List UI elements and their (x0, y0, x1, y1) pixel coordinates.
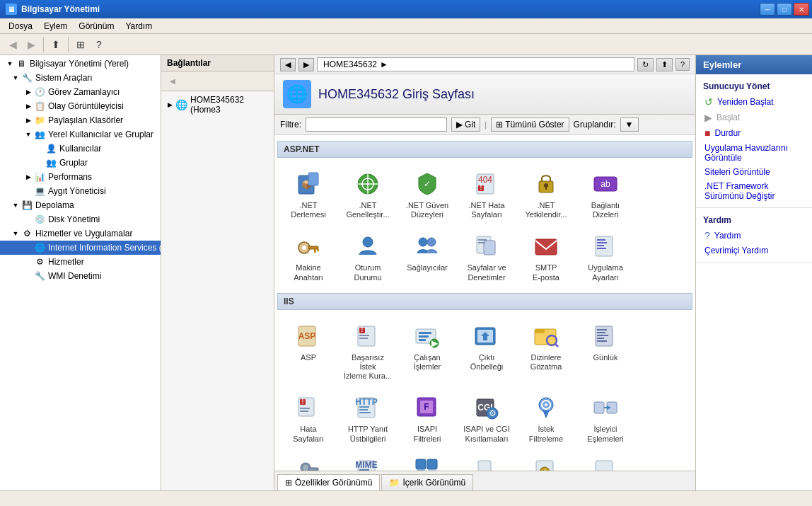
tab-icerik[interactable]: 📁 İçerik Görünümü (381, 474, 473, 490)
hata-sayfalari-label: HataSayfaları (293, 425, 323, 443)
tree-item-gruplar[interactable]: ▶ 👥 Gruplar (0, 156, 161, 170)
durdur-icon: ■ (704, 127, 710, 139)
tree-item-kullanici[interactable]: ▶ 👤 Kullanıcılar (0, 142, 161, 156)
icon-oturum-durumu[interactable]: OturumDurumu (340, 227, 396, 287)
icon-net-yetkilendir[interactable]: .NETYetkilendir... (518, 165, 574, 224)
action-yeniden-basla[interactable]: ↺ Yeniden Başlat (696, 94, 812, 110)
action-siteleri-goruntule[interactable]: Siteleri Görüntüle (696, 165, 812, 179)
tree-item-hizmetler[interactable]: ▶ ⚙ Hizmetler (0, 255, 161, 269)
menu-dosya[interactable]: Dosya (3, 20, 38, 33)
icon-sikistirma[interactable]: Sıkıştırma (458, 452, 515, 471)
minimize-button[interactable]: ─ (760, 3, 775, 16)
close-button[interactable]: ✕ (794, 3, 809, 16)
icon-isapi-cgi[interactable]: CGI⚙ ISAPI ve CGIKısıtlamaları (458, 389, 515, 448)
icon-asp[interactable]: ASP ASP (280, 317, 337, 386)
tree-item-root[interactable]: ▼ 🖥 Bilgisayar Yönetimi (Yerel) (0, 57, 161, 71)
net-derleme-label: .NETDerlemesi (291, 201, 326, 219)
icon-varsayilan-belge[interactable]: ✓ VarsayılanBelge (577, 452, 634, 471)
filter-input[interactable] (306, 117, 447, 132)
icon-dizinlere-gozatma[interactable]: DizinlereGözatma (518, 317, 574, 386)
icon-istek-filtreleme[interactable]: İstekFiltreleme (518, 389, 574, 448)
help-button[interactable]: ? (91, 36, 108, 53)
tree-item-yerel[interactable]: ▼ 👥 Yerel Kullanıcılar ve Gruplar (0, 127, 161, 142)
icon-mime-turleri[interactable]: MIME MIME Türleri (340, 452, 396, 471)
go-btn[interactable]: ▶ Git (451, 117, 480, 132)
connections-header: Bağlantılar (161, 55, 274, 71)
tree-item-sistem[interactable]: ▼ 🔧 Sistem Araçları (0, 71, 161, 85)
conn-item-home[interactable]: ▶ 🌐 HOME345632 (Home3 (161, 93, 274, 117)
tree-label-paylasim: Paylaşılan Klasörler (48, 115, 123, 125)
nav-back-btn[interactable]: ◀ (280, 58, 296, 71)
tree-item-performans[interactable]: ▶ 📊 Performans (0, 170, 161, 184)
icon-calisan-islemler[interactable]: ▶ Çalışanİşlemler (399, 317, 456, 386)
basla-icon: ▶ (704, 112, 712, 123)
tree-item-hizmetler-uyg[interactable]: ▼ ⚙ Hizmetler ve Uygulamalar (0, 226, 161, 241)
connections-tree: ▶ 🌐 HOME345632 (Home3 (161, 91, 274, 490)
tree-item-iis[interactable]: ▶ 🌐 Internet Information Services ( (0, 241, 161, 255)
maximize-button[interactable]: □ (777, 3, 792, 16)
forward-button[interactable]: ▶ (23, 36, 40, 53)
icon-hata-sayfalari[interactable]: ! HataSayfaları (280, 389, 337, 448)
actions-section-sunucu: Sunucuyu Yönet ↺ Yeniden Başlat ▶ Başlat… (696, 74, 812, 208)
icon-http-yanit[interactable]: HTTP HTTP YanıtÜstbilgileri (340, 389, 396, 448)
svg-rect-26 (484, 241, 495, 255)
icon-saglayicilar[interactable]: Sağlayıcılar (399, 227, 456, 287)
tree-toggle-yerel: ▼ (24, 130, 33, 139)
sunucu-sertifikalari-icon: ★ (532, 456, 560, 471)
icon-basarisiz-istek[interactable]: ! Başarısız İstekİzleme Kura... (340, 317, 396, 386)
action-yardim[interactable]: ? Yardım (696, 228, 812, 243)
group-label: Gruplandır: (574, 120, 616, 130)
icon-kimlik-dogrulama[interactable]: KimlikDoğrulama (280, 452, 337, 471)
tree-icon-sistem: 🔧 (21, 72, 33, 84)
tree-item-disk[interactable]: ▶ 💿 Disk Yönetimi (0, 212, 161, 226)
tree-item-gorev[interactable]: ▶ 🕐 Görev Zamanlayıcı (0, 85, 161, 99)
back-button[interactable]: ◀ (4, 36, 21, 53)
views-button[interactable]: ⊞ (72, 36, 89, 53)
help-nav-btn[interactable]: ? (675, 58, 690, 71)
menu-eylem[interactable]: Eylem (38, 20, 73, 33)
tab-ozellikler[interactable]: ⊞ Özellikler Görünümü (277, 474, 380, 490)
nav-forward-btn[interactable]: ▶ (298, 58, 314, 71)
action-net-framework[interactable]: .NET Framework Sürümünü Değiştir (696, 179, 812, 203)
show-all-btn[interactable]: ⊞ Tümünü Göster (491, 117, 569, 132)
tree-item-olay[interactable]: ▶ 📋 Olay Görüntüleyicisi (0, 99, 161, 113)
refresh-btn[interactable]: ↻ (637, 58, 654, 71)
group-btn[interactable]: ▼ (620, 117, 639, 132)
icon-smtp-eposta[interactable]: SMTPE-posta (518, 227, 574, 287)
icon-isleyici-eslemeleri[interactable]: İşleyiciEşlemeleri (577, 389, 634, 448)
iis-icons-grid: ASP ASP ! Başarısız İstekİzleme Kura... … (277, 314, 692, 471)
tree-item-depolama[interactable]: ▼ 💾 Depolama (0, 198, 161, 212)
up-button[interactable]: ⬆ (47, 36, 64, 53)
tree-item-aygit[interactable]: ▶ 💻 Aygıt Yöneticisi (0, 184, 161, 198)
net-yetkilendir-label: .NETYetkilendir... (526, 201, 567, 219)
tree-label-kullanici: Kullanıcılar (59, 144, 101, 154)
filter-label: Filtre: (280, 120, 301, 130)
icon-isapi-filtreleri[interactable]: F ISAPIFiltreleri (399, 389, 456, 448)
icon-net-derleme[interactable]: 📦 .NETDerlemesi (280, 165, 337, 224)
icon-net-guven[interactable]: ✓ .NET GüvenDüzeyleri (399, 165, 456, 224)
nav-up-btn[interactable]: ⬆ (656, 58, 673, 71)
icon-net-genellesir[interactable]: .NETGenelleştir... (340, 165, 396, 224)
svg-text:MIME: MIME (355, 460, 377, 470)
net-hata-icon: 404! (472, 170, 501, 198)
icon-cikti-onbellegi[interactable]: ÇıktıÖnbelleği (458, 317, 515, 386)
icon-sunucu-sertifikalari[interactable]: ★ SunucuSertifikaları (518, 452, 574, 471)
svg-text:✓: ✓ (424, 179, 431, 189)
icon-sayfalar-denetimler[interactable]: Sayfalar veDenetimler (458, 227, 515, 287)
tree-item-paylasim[interactable]: ▶ 📁 Paylaşılan Klasörler (0, 113, 161, 127)
tree-item-wmi[interactable]: ▶ 🔧 WMI Denetimi (0, 269, 161, 283)
action-cevrimici-yardim[interactable]: Çevrimiçi Yardım (696, 243, 812, 258)
icon-uygulama-ayarlari[interactable]: UygulamaAyarları (577, 227, 634, 287)
conn-back-btn[interactable]: ◀ (164, 73, 181, 90)
icon-baglanti-dizeleri[interactable]: ab BağlantıDizeleri (577, 165, 634, 224)
action-durdur[interactable]: ■ Durdur (696, 125, 812, 141)
action-basla[interactable]: ▶ Başlat (696, 110, 812, 125)
icon-makine-anahtari[interactable]: MakineAnahtarı (280, 227, 337, 287)
svg-rect-33 (597, 245, 604, 246)
menu-yardim[interactable]: Yardım (120, 20, 158, 33)
action-uygulama-havuzlari[interactable]: Uygulama Havuzlarını Görüntüle (696, 141, 812, 165)
icon-net-hata[interactable]: 404! .NET HataSayfaları (458, 165, 515, 224)
icon-moduller[interactable]: Modüller (399, 452, 456, 471)
icon-gunluk[interactable]: Günlük (577, 317, 634, 386)
menu-gorunum[interactable]: Görünüm (73, 20, 120, 33)
